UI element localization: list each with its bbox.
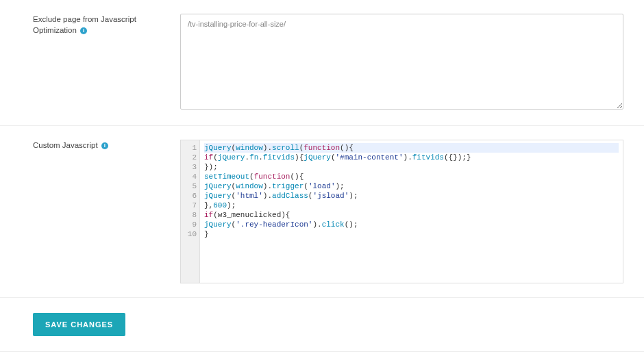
code-line[interactable]: jQuery(window).scroll(function(){ [204,143,619,153]
info-icon[interactable]: i [80,27,87,34]
code-line[interactable]: jQuery(window).trigger('load'); [204,181,619,191]
code-line[interactable]: },600); [204,201,619,210]
code-editor[interactable]: 12345678910 jQuery(window).scroll(functi… [180,140,623,283]
gutter-line: 8 [181,210,197,220]
save-button[interactable]: SAVE CHANGES [33,313,125,336]
customjs-row: Custom Javascript i 12345678910 jQuery(w… [0,126,644,298]
gutter-line: 6 [181,191,197,201]
gutter-line: 5 [181,181,197,191]
code-lines[interactable]: jQuery(window).scroll(function(){if(jQue… [200,140,623,283]
code-line[interactable]: jQuery('html').addClass('jsload'); [204,191,619,201]
code-line[interactable]: setTimeout(function(){ [204,172,619,181]
code-line[interactable]: } [204,229,619,239]
gutter-line: 1 [181,143,197,153]
code-gutter: 12345678910 [181,140,200,283]
customjs-field: 12345678910 jQuery(window).scroll(functi… [180,140,623,283]
customjs-label-text: Custom Javascript [33,141,98,149]
exclude-row: Exclude page from Javascript Optimizatio… [0,0,644,126]
gutter-line: 9 [181,220,197,229]
code-line[interactable]: jQuery('.rey-headerIcon').click(); [204,220,619,229]
gutter-line: 4 [181,172,197,181]
code-line[interactable]: if(w3_menuclicked){ [204,210,619,220]
gutter-line: 10 [181,229,197,239]
actions-bar: SAVE CHANGES [0,298,644,352]
exclude-textarea[interactable] [180,14,623,110]
exclude-label: Exclude page from Javascript Optimizatio… [33,14,180,112]
exclude-field [180,14,623,112]
gutter-line: 2 [181,153,197,162]
code-line[interactable]: if(jQuery.fn.fitvids){jQuery('#main-cont… [204,153,619,162]
info-icon[interactable]: i [101,142,108,149]
gutter-line: 3 [181,162,197,172]
code-line[interactable]: }); [204,162,619,172]
customjs-label: Custom Javascript i [33,140,180,283]
gutter-line: 7 [181,201,197,210]
